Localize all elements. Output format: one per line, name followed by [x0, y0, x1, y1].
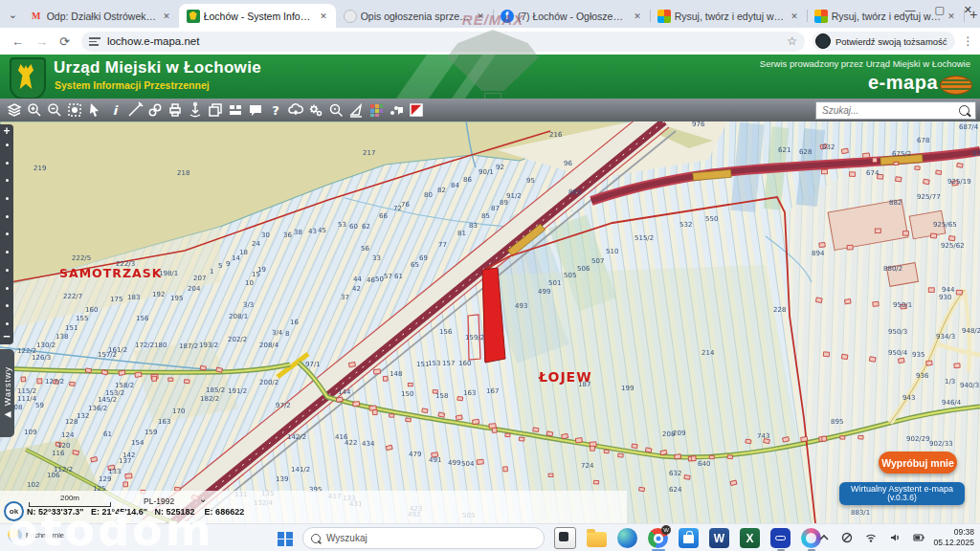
magnifier-icon[interactable]	[325, 100, 345, 120]
building	[915, 166, 920, 170]
parcel-label: 142/2	[287, 433, 306, 441]
browser-menu-icon[interactable]: ⋮	[963, 34, 974, 48]
battery-icon[interactable]	[913, 530, 924, 547]
parcel-label: 138	[56, 333, 68, 341]
word-app-icon[interactable]: W	[709, 528, 729, 548]
parcel-label: 106	[47, 472, 60, 479]
cloud-icon[interactable]	[285, 100, 305, 120]
help-icon[interactable]: ?	[265, 100, 285, 120]
parcel-label: 156	[136, 315, 149, 322]
zoom-dots[interactable]	[0, 143, 13, 325]
tab-0[interactable]: MOdp: Działki Ostrówek We...✕	[22, 4, 179, 28]
parcel-label: 185/2	[206, 386, 225, 394]
parcel-label: 65	[411, 261, 419, 269]
identity-button[interactable]: Potwierdź swoją tożsamość	[813, 32, 955, 51]
tab-1[interactable]: Łochów - System Informac...✕	[179, 4, 336, 28]
parcel-label: 160	[458, 360, 471, 367]
layout-panels-icon[interactable]	[225, 100, 245, 120]
maximize-button[interactable]: ▢	[934, 4, 944, 16]
info-icon[interactable]: i	[104, 100, 124, 120]
minimize-button[interactable]: —	[904, 4, 915, 16]
tab-title: Odp: Działki Ostrówek We...	[47, 11, 156, 22]
parcel-label: 18	[239, 249, 248, 256]
building	[746, 439, 751, 444]
map-search-box[interactable]	[815, 101, 976, 120]
compass-icon[interactable]	[345, 100, 366, 120]
parcel-label: 69	[419, 254, 428, 262]
parcel-label: 82	[437, 187, 446, 194]
map-search-input[interactable]	[820, 104, 959, 117]
chevron-up-icon[interactable]	[817, 530, 829, 547]
building	[604, 450, 609, 453]
tab-close-icon[interactable]: ✕	[631, 10, 644, 23]
assistant-label[interactable]: Wirtualny Asystent e-mapa (v.0.3.6)	[839, 482, 965, 505]
back-icon[interactable]: ←	[11, 34, 24, 49]
select-area-icon[interactable]	[64, 100, 84, 120]
tab-close-icon[interactable]: ✕	[160, 10, 173, 23]
assistant-try-button[interactable]: Wypróbuj mnie	[879, 452, 957, 474]
tab-search-chevron-icon[interactable]: ⌄	[6, 4, 20, 25]
site-settings-icon[interactable]	[89, 35, 100, 47]
parcel-label: 621	[778, 146, 791, 154]
parcel-label: 130/2	[36, 342, 56, 349]
tab-close-icon[interactable]: ✕	[317, 10, 330, 23]
wifi-icon[interactable]	[865, 530, 877, 547]
folder-app-icon[interactable]	[587, 532, 607, 547]
print-icon[interactable]	[165, 100, 185, 120]
pointer-icon[interactable]	[84, 100, 104, 120]
parcel-label: 943	[902, 394, 915, 402]
chrome-app-icon[interactable]: W	[648, 528, 668, 548]
tab-4[interactable]: Rysuj, twórz i edytuj w apl...✕	[650, 4, 807, 28]
layers-icon[interactable]	[4, 100, 24, 120]
legend-grid-icon[interactable]	[366, 100, 386, 120]
building	[383, 376, 388, 381]
bookmark-star-icon[interactable]: ☆	[787, 34, 797, 48]
system-tray[interactable]	[817, 530, 924, 547]
taskbar-search[interactable]: Wyszukaj	[302, 527, 545, 549]
measure-icon[interactable]	[124, 100, 145, 120]
taskview-app-icon[interactable]	[554, 527, 576, 549]
chevron-down-icon[interactable]: ⌄	[199, 494, 207, 504]
search-icon[interactable]	[959, 105, 969, 116]
parcel-label: 139	[276, 475, 288, 483]
service-note: Serwis prowadzony przez Urząd Miejski w …	[760, 58, 970, 69]
start-button[interactable]	[278, 532, 293, 547]
building	[823, 352, 829, 357]
store-app-icon[interactable]	[679, 528, 699, 548]
parcel-label: 80	[424, 191, 433, 199]
parcel-label: 505	[564, 272, 576, 279]
emapa-globe-icon	[940, 76, 972, 95]
reload-icon[interactable]: ⟳	[59, 34, 70, 49]
forward-icon[interactable]: →	[35, 34, 48, 49]
download-icon[interactable]	[185, 100, 205, 120]
map-canvas[interactable]: 2192182172169290/186848280959691/2898785…	[0, 121, 980, 523]
zoom-in-icon[interactable]	[24, 100, 44, 120]
blocked-icon[interactable]	[841, 530, 853, 547]
parcel-label: 948/2	[962, 327, 980, 335]
share-icon[interactable]	[386, 100, 406, 120]
parcel-label: 640	[698, 460, 710, 468]
parcel-label: 115/2	[17, 387, 36, 395]
layers-panel-tab[interactable]: ▶ Warstwy	[0, 349, 14, 437]
building	[70, 382, 76, 386]
zoom-out-icon[interactable]	[44, 100, 64, 120]
tab-close-icon[interactable]: ✕	[788, 10, 801, 23]
excel-app-icon[interactable]: X	[740, 528, 760, 548]
parcel-label: 187/2	[179, 342, 198, 350]
parcel-label: 33	[372, 254, 381, 262]
copy-frame-icon[interactable]	[205, 100, 225, 120]
volume-icon[interactable]	[889, 530, 901, 547]
app9-app-icon[interactable]	[770, 528, 791, 548]
zoom-out-button[interactable]: −	[0, 332, 13, 342]
taskbar-clock[interactable]: 09:38 05.12.2025	[933, 527, 974, 548]
time: 09:38	[933, 527, 974, 538]
comment-icon[interactable]	[245, 100, 265, 120]
parcel-label: 24	[252, 240, 260, 248]
parcel-label: 193/2	[199, 342, 218, 349]
close-button[interactable]: ✕	[964, 4, 972, 16]
zoom-in-button[interactable]: +	[0, 124, 13, 138]
settings-icon[interactable]	[305, 100, 325, 120]
edge-app-icon[interactable]	[617, 528, 637, 548]
zoom-slider[interactable]: + −	[0, 124, 13, 344]
link-icon[interactable]	[145, 100, 165, 120]
